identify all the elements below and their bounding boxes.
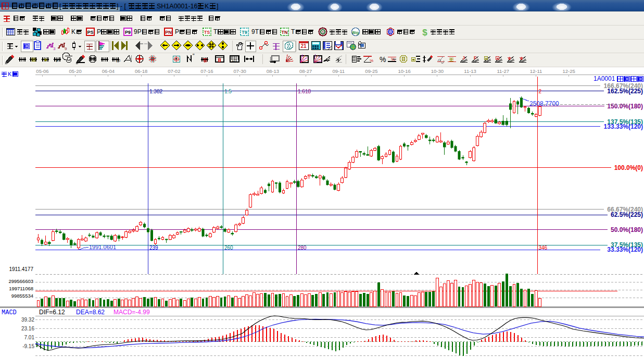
svg-text:1.5: 1.5 bbox=[224, 89, 232, 94]
svg-text:05-06: 05-06 bbox=[36, 68, 48, 74]
svg-text:11-13: 11-13 bbox=[464, 68, 476, 74]
svg-text:1.382: 1.382 bbox=[149, 89, 162, 94]
svg-text:TN: TN bbox=[282, 30, 288, 35]
svg-text:] - [: ] - [ bbox=[117, 3, 127, 10]
svg-text:9P: 9P bbox=[134, 28, 142, 35]
svg-text:1A0001: 1A0001 bbox=[594, 75, 615, 82]
svg-text:299566603: 299566603 bbox=[8, 278, 33, 284]
svg-text:100.0%(0): 100.0%(0) bbox=[614, 164, 643, 171]
svg-text:239: 239 bbox=[149, 245, 158, 251]
svg-text:10-30: 10-30 bbox=[431, 68, 444, 74]
svg-text:PS: PS bbox=[87, 30, 93, 35]
svg-text:": " bbox=[193, 53, 195, 59]
svg-text:]: ] bbox=[217, 3, 218, 10]
svg-text:12-25: 12-25 bbox=[563, 68, 575, 74]
svg-text:346: 346 bbox=[539, 245, 548, 251]
svg-text:%: % bbox=[370, 58, 373, 63]
svg-text:P: P bbox=[175, 28, 179, 35]
svg-text:1991.0601: 1991.0601 bbox=[89, 244, 116, 250]
svg-text:2: 2 bbox=[539, 89, 542, 94]
svg-text:Big: Big bbox=[352, 30, 359, 35]
svg-text:21: 21 bbox=[300, 43, 307, 49]
svg-text:J: J bbox=[462, 55, 465, 60]
svg-text:P: P bbox=[97, 28, 101, 35]
svg-text:1911.4177: 1911.4177 bbox=[9, 266, 33, 272]
svg-text:260: 260 bbox=[224, 245, 233, 251]
svg-text:12-11: 12-11 bbox=[530, 68, 542, 74]
svg-text:39.32: 39.32 bbox=[21, 317, 34, 323]
svg-text:1.618: 1.618 bbox=[298, 89, 311, 94]
svg-text:T9: T9 bbox=[242, 30, 247, 35]
svg-text:TS: TS bbox=[204, 30, 210, 35]
svg-text:3: 3 bbox=[53, 46, 56, 51]
svg-text:05-20: 05-20 bbox=[69, 68, 82, 74]
svg-text:162.5%(225): 162.5%(225) bbox=[607, 88, 643, 95]
svg-text:DEA=8.62: DEA=8.62 bbox=[76, 309, 105, 316]
svg-text:07-02: 07-02 bbox=[168, 68, 180, 74]
svg-text:07-16: 07-16 bbox=[200, 68, 213, 74]
svg-text:F: F bbox=[474, 55, 477, 60]
svg-text:K: K bbox=[205, 3, 209, 10]
svg-text:MACD: MACD bbox=[2, 309, 17, 316]
svg-text:133.33%(120): 133.33%(120) bbox=[604, 123, 643, 130]
svg-text:199711068: 199711068 bbox=[9, 286, 33, 291]
svg-text:K: K bbox=[71, 28, 75, 35]
svg-text:11-27: 11-27 bbox=[497, 68, 510, 74]
svg-text:2508.7700: 2508.7700 bbox=[529, 100, 559, 107]
svg-text:%: % bbox=[391, 57, 395, 62]
svg-text:T: T bbox=[291, 28, 295, 35]
svg-text:DIF=6.12: DIF=6.12 bbox=[39, 309, 65, 316]
svg-text:SH1A0001-167: SH1A0001-167 bbox=[157, 3, 201, 10]
svg-text:10-16: 10-16 bbox=[398, 68, 411, 74]
svg-text:123: 123 bbox=[232, 59, 237, 62]
svg-text:62.5%(225): 62.5%(225) bbox=[611, 211, 643, 218]
svg-text:T: T bbox=[213, 28, 218, 35]
svg-text:08-27: 08-27 bbox=[299, 68, 312, 74]
svg-text:%: % bbox=[380, 55, 386, 64]
svg-text:07-30: 07-30 bbox=[234, 68, 246, 74]
svg-text:99855534: 99855534 bbox=[11, 293, 33, 299]
svg-text:n²: n² bbox=[117, 59, 120, 64]
svg-text:9: 9 bbox=[65, 46, 67, 51]
svg-text:-9.15: -9.15 bbox=[22, 343, 34, 349]
svg-text:08-13: 08-13 bbox=[267, 68, 279, 74]
svg-text:33.33%(120): 33.33%(120) bbox=[607, 246, 643, 253]
svg-text:150.0%(180): 150.0%(180) bbox=[607, 103, 643, 110]
svg-text:K: K bbox=[8, 71, 12, 77]
svg-text:F: F bbox=[56, 58, 59, 63]
svg-text:$: $ bbox=[422, 28, 427, 38]
svg-text:9T: 9T bbox=[251, 28, 259, 35]
svg-text:[: [ bbox=[59, 3, 61, 10]
svg-text:23.16: 23.16 bbox=[21, 326, 34, 331]
svg-text:MACD=-4.99: MACD=-4.99 bbox=[113, 309, 150, 316]
svg-text:PN: PN bbox=[165, 30, 172, 35]
svg-text:50.0%(180): 50.0%(180) bbox=[611, 226, 643, 233]
svg-text:7.01: 7.01 bbox=[24, 335, 35, 340]
svg-text:06-18: 06-18 bbox=[135, 68, 147, 74]
svg-text:280: 280 bbox=[298, 245, 307, 251]
svg-text:09-25: 09-25 bbox=[365, 68, 377, 74]
svg-text:09-11: 09-11 bbox=[333, 68, 345, 74]
svg-text:06-04: 06-04 bbox=[102, 68, 115, 74]
svg-text:P9: P9 bbox=[125, 30, 131, 35]
